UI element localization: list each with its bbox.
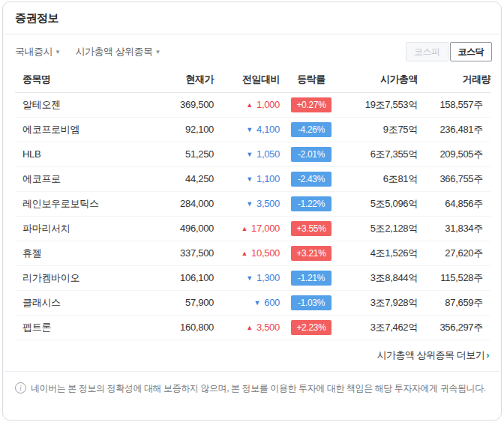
stock-rate: +2.23%	[280, 315, 343, 340]
stock-volume: 27,620주	[418, 241, 490, 265]
chevron-right-icon: ›	[486, 349, 489, 361]
stock-price: 106,100	[142, 265, 214, 290]
stock-volume: 87,659주	[418, 290, 490, 315]
column-header-change: 전일대비	[214, 67, 280, 92]
table-row[interactable]: 휴젤 337,500 ▲10,500 +3.21% 4조1,526억 27,62…	[15, 241, 490, 265]
stock-rate: -2.43%	[280, 166, 343, 191]
stock-change: ▲17,000	[214, 216, 280, 241]
page-title: 증권정보	[15, 11, 58, 24]
stock-marketcap: 19조7,553억	[343, 92, 418, 117]
stocks-table: 종목명 현재가 전일대비 등락률 시가총액 거래량 알테오젠 369,500 ▲…	[15, 67, 490, 340]
rate-badge: -4.26%	[291, 122, 332, 137]
controls-bar: 국내증시▼ 시가총액 상위종목▼ 코스피 코스닥	[3, 34, 501, 64]
stock-name[interactable]: 레인보우로보틱스	[15, 191, 142, 216]
stock-name[interactable]: 휴젤	[15, 241, 142, 265]
table-row[interactable]: 알테오젠 369,500 ▲1,000 +0.27% 19조7,553억 158…	[15, 92, 490, 117]
stock-price: 369,500	[142, 92, 214, 117]
more-top-marketcap-link[interactable]: 시가총액 상위종목 더보기›	[376, 349, 489, 362]
stock-name[interactable]: 클래시스	[15, 290, 142, 315]
rate-badge: +3.55%	[291, 221, 332, 236]
arrow-down-icon: ▼	[246, 175, 253, 183]
stock-rate: +0.27%	[280, 92, 343, 117]
card-header: 증권정보	[3, 2, 501, 34]
rate-badge: -2.01%	[291, 147, 332, 162]
more-link-label: 시가총액 상위종목 더보기	[376, 349, 484, 361]
stock-change: ▼1,100	[214, 166, 280, 191]
stock-volume: 366,755주	[418, 166, 490, 191]
table-row[interactable]: HLB 51,250 ▼1,050 -2.01% 6조7,355억 209,50…	[15, 142, 490, 166]
rate-badge: +3.21%	[291, 246, 332, 261]
stock-price: 57,900	[142, 290, 214, 315]
stock-marketcap: 3조7,928억	[343, 290, 418, 315]
rate-badge: +2.23%	[291, 320, 332, 335]
stock-price: 337,500	[142, 241, 214, 265]
stock-name[interactable]: 알테오젠	[15, 92, 142, 117]
table-row[interactable]: 펩트론 160,800 ▲3,500 +2.23% 3조7,462억 356,2…	[15, 315, 490, 340]
chevron-down-icon: ▼	[155, 49, 160, 55]
stock-rate: +3.55%	[280, 216, 343, 241]
stock-marketcap: 6조81억	[343, 166, 418, 191]
stock-volume: 356,297주	[418, 315, 490, 340]
stock-rate: +3.21%	[280, 241, 343, 265]
market-tab-kosdaq[interactable]: 코스닥	[450, 42, 493, 61]
stock-marketcap: 5조2,128억	[343, 216, 418, 241]
stock-change: ▼4,100	[214, 117, 280, 142]
stock-change: ▼1,050	[214, 142, 280, 166]
table-row[interactable]: 파마리서치 496,000 ▲17,000 +3.55% 5조2,128억 31…	[15, 216, 490, 241]
disclaimer: i 네이버는 본 정보의 정확성에 대해 보증하지 않으며, 본 정보를 이용한…	[3, 372, 501, 396]
stock-name[interactable]: HLB	[15, 142, 142, 166]
stock-change: ▲1,000	[214, 92, 280, 117]
arrow-up-icon: ▲	[246, 324, 253, 331]
arrow-down-icon: ▼	[246, 274, 253, 282]
table-header-row: 종목명 현재가 전일대비 등락률 시가총액 거래량	[15, 67, 490, 92]
filter-dropdowns: 국내증시▼ 시가총액 상위종목▼	[15, 45, 160, 58]
rate-badge: -2.43%	[291, 172, 332, 187]
stock-volume: 64,856주	[418, 191, 490, 216]
stock-price: 496,000	[142, 216, 214, 241]
stock-price: 44,250	[142, 166, 214, 191]
chevron-down-icon: ▼	[55, 49, 60, 55]
table-row[interactable]: 에코프로 44,250 ▼1,100 -2.43% 6조81억 366,755주	[15, 166, 490, 191]
column-header-volume: 거래량	[418, 67, 490, 92]
stock-change: ▼1,300	[214, 265, 280, 290]
stock-name[interactable]: 에코프로	[15, 166, 142, 191]
stock-volume: 115,528주	[418, 265, 490, 290]
column-header-marketcap: 시가총액	[343, 67, 418, 92]
stock-marketcap: 6조7,355억	[343, 142, 418, 166]
market-tabs: 코스피 코스닥	[406, 42, 492, 61]
stock-name[interactable]: 파마리서치	[15, 216, 142, 241]
stock-change: ▲10,500	[214, 241, 280, 265]
rate-badge: -1.22%	[291, 196, 332, 211]
stock-name[interactable]: 펩트론	[15, 315, 142, 340]
column-header-rate: 등락률	[280, 67, 343, 92]
more-row: 시가총액 상위종목 더보기›	[3, 340, 501, 372]
table-row[interactable]: 에코프로비엠 92,100 ▼4,100 -4.26% 9조75억 236,48…	[15, 117, 490, 142]
filter-dropdown-category-select[interactable]: 시가총액 상위종목▼	[75, 45, 160, 58]
stock-change: ▼600	[214, 290, 280, 315]
table-row[interactable]: 레인보우로보틱스 284,000 ▼3,500 -1.22% 5조5,096억 …	[15, 191, 490, 216]
stock-rate: -1.22%	[280, 191, 343, 216]
stock-volume: 158,557주	[418, 92, 490, 117]
table-row[interactable]: 리가켐바이오 106,100 ▼1,300 -1.21% 3조8,844억 11…	[15, 265, 490, 290]
securities-info-card: 증권정보 국내증시▼ 시가총액 상위종목▼ 코스피 코스닥 종목명 현재가 전일…	[2, 1, 502, 421]
stock-marketcap: 5조5,096억	[343, 191, 418, 216]
stock-marketcap: 9조75억	[343, 117, 418, 142]
arrow-down-icon: ▼	[246, 200, 253, 208]
filter-dropdown-market-select[interactable]: 국내증시▼	[15, 45, 60, 58]
arrow-down-icon: ▼	[254, 299, 261, 307]
rate-badge: -1.03%	[291, 295, 332, 310]
stock-volume: 209,505주	[418, 142, 490, 166]
column-header-name: 종목명	[15, 67, 142, 92]
stock-rate: -2.01%	[280, 142, 343, 166]
arrow-up-icon: ▲	[246, 101, 253, 109]
stock-change: ▼3,500	[214, 191, 280, 216]
arrow-down-icon: ▼	[246, 126, 253, 133]
column-header-price: 현재가	[142, 67, 214, 92]
stock-name[interactable]: 에코프로비엠	[15, 117, 142, 142]
stock-price: 160,800	[142, 315, 214, 340]
market-tab-kospi[interactable]: 코스피	[406, 42, 448, 61]
stock-volume: 31,834주	[418, 216, 490, 241]
stock-marketcap: 3조7,462억	[343, 315, 418, 340]
stock-name[interactable]: 리가켐바이오	[15, 265, 142, 290]
table-row[interactable]: 클래시스 57,900 ▼600 -1.03% 3조7,928억 87,659주	[15, 290, 490, 315]
